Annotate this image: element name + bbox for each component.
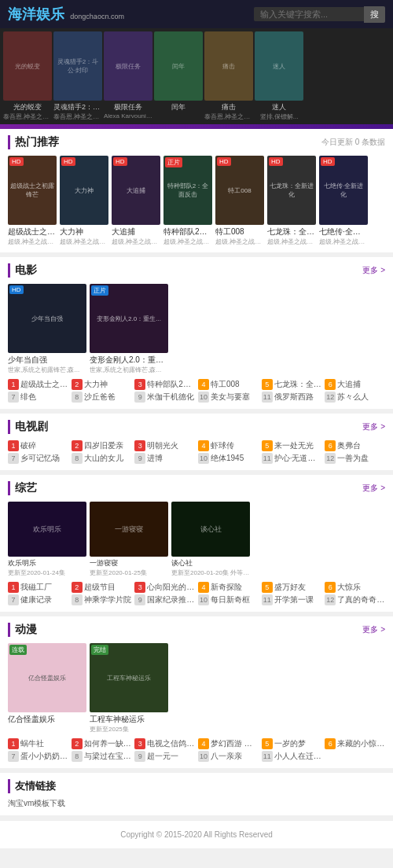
- logo: 海洋娱乐 dongchaocn.com: [8, 5, 124, 24]
- tv-section: 电视剧 更多 > 1破碎2四岁旧爱亲3明朝光火4虾球传5来一处无光6奥弗台7乡可…: [0, 414, 393, 470]
- variety-list-item[interactable]: 3心向阳光的美好: [134, 582, 195, 593]
- banner-item[interactable]: 闰年 闰年: [154, 31, 203, 121]
- tv-list-item[interactable]: 10绝体1945: [198, 453, 259, 464]
- hot-card[interactable]: 正片 特种部队2：全面反击 特种部队2：全面反击 超级,神圣之战人物九,森...: [163, 156, 212, 246]
- hot-section: 热门推荐 今日更新 0 条数据 HD 超级战士之初露锋芒 超级战士之初露锋芒 超…: [0, 129, 393, 252]
- tv-list-item[interactable]: 2四岁旧爱亲: [72, 440, 132, 451]
- anime-list-item[interactable]: 3电视之信鸽情感 潜进 连: [134, 738, 195, 749]
- tv-list-item[interactable]: 11护心·无道缘组: [262, 453, 322, 464]
- tv-list-item[interactable]: 5来一处无光: [262, 440, 322, 451]
- movies-cards: HD 少年当自强 少年当自强 世家,系统之初露锋芒,森... 正片 变形金刚人2…: [8, 284, 385, 374]
- tv-list-item[interactable]: 1破碎: [8, 440, 68, 451]
- anime-card[interactable]: 完结 工程车神秘运乐 工程车神秘运乐 更新至2025集: [90, 643, 168, 734]
- anime-list-item[interactable]: 1蜗牛社: [8, 738, 68, 749]
- variety-list-item[interactable]: 1我磁工厂: [8, 582, 68, 593]
- movie-list-item[interactable]: 10美女与要塞: [198, 392, 259, 403]
- variety-list-item[interactable]: 4新奇探险: [198, 582, 259, 593]
- hot-cards: HD 超级战士之初露锋芒 超级战士之初露锋芒 超级,神圣之战人物九,森... H…: [8, 156, 385, 246]
- banner-item[interactable]: 极限任务 极限任务 Alexa Karvounis,Kent...: [104, 31, 152, 121]
- variety-list-item[interactable]: 9国家纪录推导事: [134, 594, 195, 605]
- movies-section: 电影 更多 > HD 少年当自强 少年当自强 世家,系统之初露锋芒,森... 正…: [0, 257, 393, 409]
- movie-list-item[interactable]: 12苏々么人: [325, 392, 385, 403]
- movies-list: 1超级战士之初露锋芒2大力神3特种部队2：全面反击4特工0085七龙珠：全新进化…: [8, 379, 385, 403]
- movie-list-item[interactable]: 6大追捕: [325, 379, 385, 390]
- tv-list-item[interactable]: 4虾球传: [198, 440, 259, 451]
- anime-list-item[interactable]: 5一岁的梦: [262, 738, 322, 749]
- variety-list-item[interactable]: 12了真的奇奇总程: [325, 594, 385, 605]
- anime-list-item[interactable]: 11小人人在迁荡 第倒来: [262, 751, 322, 762]
- variety-list-item[interactable]: 8神乘学学片院: [72, 594, 132, 605]
- anime-list-item[interactable]: 8与梁过在宝宝室 第二集: [72, 751, 132, 762]
- hot-card[interactable]: HD 超级战士之初露锋芒 超级战士之初露锋芒 超级,神圣之战人物九,森...: [8, 156, 57, 246]
- tv-list-item[interactable]: 6奥弗台: [325, 440, 385, 451]
- hot-header: 热门推荐 今日更新 0 条数据: [8, 135, 385, 149]
- movie-list-item[interactable]: 3特种部队2：全面反击: [134, 379, 195, 390]
- variety-list-item[interactable]: 6大惊乐: [325, 582, 385, 593]
- anime-list-item[interactable]: 10八一亲亲: [198, 751, 259, 762]
- tv-list-item[interactable]: 8大山的女儿: [72, 453, 132, 464]
- hot-card[interactable]: HD 特工008 特工008 超级,神圣之战人物九,森...: [215, 156, 264, 246]
- banner-item[interactable]: 灵魂猎手2：斗公·封印 灵魂猎手2：斗公·封印 泰吾恩,神圣之战人物九...: [53, 31, 102, 121]
- movies-header: 电影 更多 >: [8, 263, 385, 278]
- variety-card[interactable]: 欢乐明乐 欢乐明乐 更新至2020-01-24集: [8, 502, 86, 577]
- variety-list: 1我磁工厂2超级节目3心向阳光的美好4新奇探险5盛万好友6大惊乐7健康记录8神乘…: [8, 582, 385, 605]
- hot-card[interactable]: HD 七绝传·全新进化 七绝传·全新进化 超级,神圣之战人物九,森...: [319, 156, 368, 246]
- hot-card[interactable]: HD 大追捕 大追捕 超级,神圣之战人物九,森...: [112, 156, 160, 246]
- movie-list-item[interactable]: 5七龙珠：全新进化: [262, 379, 322, 390]
- variety-list-item[interactable]: 2超级节目: [72, 582, 132, 593]
- variety-list-item[interactable]: 5盛万好友: [262, 582, 322, 593]
- banner-item[interactable]: 迷人 迷人 竖排,保镖解...: [255, 31, 303, 121]
- search-bar: 搜: [254, 6, 385, 23]
- hot-card[interactable]: HD 七龙珠：全新进化 七龙珠：全新进化 超级,神圣之战人物九,森...: [267, 156, 316, 246]
- anime-list-item[interactable]: 2如何养一缺萝卜多花...: [72, 738, 132, 749]
- variety-more[interactable]: 更多 >: [362, 483, 385, 494]
- header: 海洋娱乐 dongchaocn.com 搜: [0, 0, 393, 28]
- movies-more[interactable]: 更多 >: [362, 265, 385, 276]
- anime-more[interactable]: 更多 >: [362, 624, 385, 635]
- variety-header: 综艺 更多 >: [8, 481, 385, 495]
- friends-links: 淘宝vm模板下载: [8, 798, 385, 809]
- tv-list-item[interactable]: 12一善为盘: [325, 453, 385, 464]
- tv-more[interactable]: 更多 >: [362, 421, 385, 432]
- tv-title: 电视剧: [8, 420, 48, 434]
- anime-list-item[interactable]: 7蛋小小奶奶与文版大...: [8, 751, 68, 762]
- movie-list-item[interactable]: 11俄罗斯西路: [262, 392, 322, 403]
- banner-item[interactable]: 光的蜕变 光的蜕变 泰吾恩,神圣之战人物九...: [3, 31, 52, 121]
- anime-section: 动漫 更多 > 连载 亿合怪盖娱乐 亿合怪盖娱乐 完结 工程车神秘运乐 工程车神…: [0, 616, 393, 768]
- variety-list-item[interactable]: 11开学第一课: [262, 594, 322, 605]
- anime-list: 1蜗牛社2如何养一缺萝卜多花...3电视之信鸽情感 潜进 连4梦幻西游 第二季5…: [8, 738, 385, 762]
- movie-list-item[interactable]: 2大力神: [72, 379, 132, 390]
- variety-list-item[interactable]: 10每日新奇框: [198, 594, 259, 605]
- tv-list-item[interactable]: 9进博: [134, 453, 195, 464]
- anime-header: 动漫 更多 >: [8, 623, 385, 637]
- movie-list-item[interactable]: 9米伽干机德化: [134, 392, 195, 403]
- anime-list-item[interactable]: 6来藏的小惊运回解…: [325, 738, 385, 749]
- hot-date: 今日更新 0 条数据: [321, 137, 385, 148]
- tv-header: 电视剧 更多 >: [8, 420, 385, 434]
- variety-card[interactable]: 一游寝寝 一游寝寝 更新至2020-01-25集: [90, 502, 168, 577]
- variety-list-item[interactable]: 7健康记录: [8, 594, 68, 605]
- tv-list: 1破碎2四岁旧爱亲3明朝光火4虾球传5来一处无光6奥弗台7乡可记忆场8大山的女儿…: [8, 440, 385, 464]
- tv-list-item[interactable]: 3明朝光火: [134, 440, 195, 451]
- anime-title: 动漫: [8, 623, 37, 637]
- hot-card[interactable]: HD 大力神 大力神 超级,神圣之战人物九,森...: [60, 156, 108, 246]
- variety-card[interactable]: 谈心社 谈心社 更新至2020-01-20集 外等人生另一面: [171, 502, 250, 577]
- movie-card[interactable]: HD 少年当自强 少年当自强 世家,系统之初露锋芒,森...: [8, 284, 86, 374]
- footer-text: Copyright © 2015-2020 All Rights Reserve…: [120, 830, 273, 839]
- friend-link[interactable]: 淘宝vm模板下载: [8, 798, 65, 809]
- banner: 光的蜕变 光的蜕变 泰吾恩,神圣之战人物九... 灵魂猎手2：斗公·封印 灵魂猎…: [0, 28, 393, 124]
- anime-card[interactable]: 连载 亿合怪盖娱乐 亿合怪盖娱乐: [8, 643, 86, 734]
- footer: Copyright © 2015-2020 All Rights Reserve…: [0, 820, 393, 848]
- search-input[interactable]: [254, 7, 364, 21]
- tv-list-item[interactable]: 7乡可记忆场: [8, 453, 68, 464]
- anime-list-item[interactable]: 4梦幻西游 第二季: [198, 738, 259, 749]
- search-button[interactable]: 搜: [364, 6, 385, 23]
- movie-card[interactable]: 正片 变形金刚人2.0：重生... 变形金刚人2.0：重生... 世家,系统之初…: [90, 284, 168, 374]
- anime-list-item[interactable]: 9超一元一: [134, 751, 195, 762]
- movie-list-item[interactable]: 4特工008: [198, 379, 259, 390]
- variety-title: 综艺: [8, 481, 37, 495]
- banner-item[interactable]: 痛击 痛击 泰吾恩,神圣之战人物九...: [204, 31, 253, 121]
- movie-list-item[interactable]: 7绯色: [8, 392, 68, 403]
- movie-list-item[interactable]: 8沙丘爸爸: [72, 392, 132, 403]
- movie-list-item[interactable]: 1超级战士之初露锋芒: [8, 379, 68, 390]
